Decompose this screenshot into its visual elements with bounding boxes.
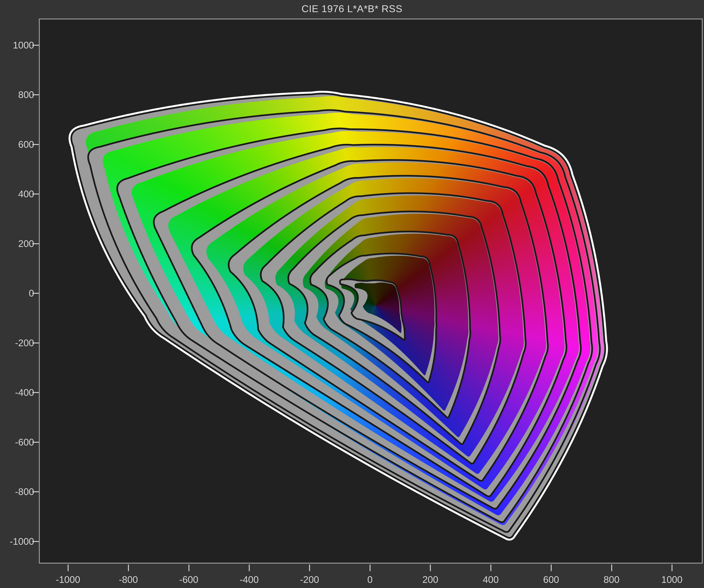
y-tick-label: 600 <box>0 139 34 150</box>
x-tick-label: 600 <box>543 574 559 585</box>
y-tick-label: 1000 <box>0 40 34 51</box>
x-tick-label: -200 <box>300 574 319 585</box>
y-tick-label: 0 <box>0 288 34 299</box>
x-tick-mark <box>551 565 552 571</box>
x-tick-label: 200 <box>422 574 438 585</box>
x-tick-label: -400 <box>240 574 259 585</box>
x-tick-mark <box>611 565 612 571</box>
x-tick-mark <box>128 565 129 571</box>
x-tick-mark <box>188 565 189 571</box>
x-tick-label: 1000 <box>661 574 683 585</box>
chart-title: CIE 1976 L*A*B* RSS <box>0 3 704 14</box>
x-tick-label: -600 <box>179 574 198 585</box>
x-tick-mark <box>490 565 491 571</box>
x-tick-label: -1000 <box>56 574 80 585</box>
x-tick-mark <box>671 565 672 571</box>
y-tick-label: -400 <box>0 387 34 398</box>
y-tick-label: 400 <box>0 189 34 200</box>
plot-area <box>39 18 703 564</box>
x-tick-mark <box>369 565 370 571</box>
x-tick-mark <box>309 565 310 571</box>
y-tick-label: 800 <box>0 89 34 100</box>
figure: CIE 1976 L*A*B* RSS -1000-800-600-400-20… <box>0 0 704 588</box>
gamut-canvas <box>40 19 702 563</box>
x-tick-label: -800 <box>119 574 138 585</box>
y-tick-label: -1000 <box>0 536 34 547</box>
x-tick-label: 400 <box>483 574 499 585</box>
x-tick-label: 0 <box>367 574 372 585</box>
x-tick-label: 800 <box>603 574 620 585</box>
y-tick-label: -800 <box>0 486 34 497</box>
x-tick-mark <box>249 565 250 571</box>
x-tick-mark <box>430 565 431 571</box>
y-tick-label: 200 <box>0 238 34 249</box>
y-tick-label: -200 <box>0 337 34 349</box>
y-tick-label: -600 <box>0 437 34 448</box>
x-tick-mark <box>68 565 69 571</box>
